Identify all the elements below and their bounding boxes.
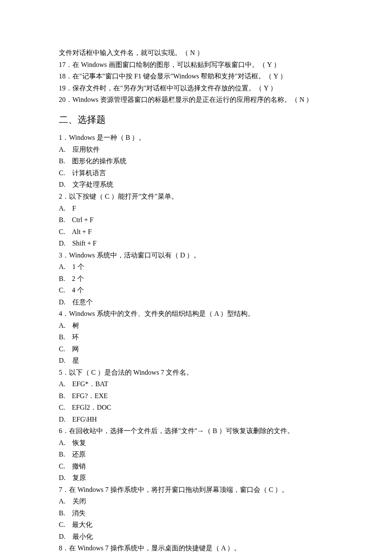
mc-option: C. 4 个 <box>59 284 333 296</box>
mc-option: C. 撤销 <box>59 460 333 472</box>
mc-option: B. 还原 <box>59 448 333 460</box>
tf-item: 文件对话框中输入文件名，就可以实现。（ N ） <box>59 47 333 59</box>
tf-item: 17．在 Windows 画图窗口绘制的图形，可以粘贴到写字板窗口中。（ Y ） <box>59 59 333 71</box>
mc-option: D. 星 <box>59 355 333 367</box>
mc-option: A. 树 <box>59 320 333 332</box>
mc-option: A. EFG*．BAT <box>59 378 333 390</box>
mc-option: D. EFG\HH <box>59 413 333 425</box>
mc-option: B. 消失 <box>59 507 333 519</box>
tf-item: 18．在"记事本"窗口中按 F1 键会显示"Windows 帮助和支持"对话框。… <box>59 70 333 82</box>
mc-option: A. F <box>59 202 333 214</box>
tf-item: 19．保存文件时，在"另存为"对话框中可以选择文件存放的位置。（ Y ） <box>59 82 333 94</box>
mc-option: D. 任意个 <box>59 296 333 308</box>
mc-stem: 6．在回收站中，选择一个文件后，选择"文件"→（ B ）可恢复该删除的文件。 <box>59 425 333 437</box>
section-heading: 二、选择题 <box>59 112 333 128</box>
mc-option: D. 文字处理系统 <box>59 179 333 191</box>
mc-stem: 4．Windows 系统中的文件、文件夹的组织结构是（ A ）型结构。 <box>59 308 333 320</box>
mc-option: A. 关闭 <box>59 495 333 507</box>
mc-stem: 5．以下（ C ）是合法的 Windows 7 文件名。 <box>59 367 333 379</box>
mc-option: C. 网 <box>59 343 333 355</box>
mc-option: B. 图形化的操作系统 <box>59 155 333 167</box>
mc-option: D. 最小化 <box>59 531 333 543</box>
mc-option: A. 应用软件 <box>59 144 333 156</box>
multiple-choice-block: 1．Windows 是一种（ B ）。 A. 应用软件 B. 图形化的操作系统 … <box>59 132 333 555</box>
tf-item: 20．Windows 资源管理器窗口的标题栏显示的是正在运行的应用程序的名称。（… <box>59 94 333 106</box>
mc-option: C. 计算机语言 <box>59 167 333 179</box>
mc-option: C. Alt + F <box>59 226 333 238</box>
mc-stem: 2．以下按键（ C ）能打开"文件"菜单。 <box>59 191 333 202</box>
mc-option: C. EFGl2．DOC <box>59 402 333 413</box>
mc-option: D. Shift + F <box>59 237 333 249</box>
mc-stem: 7．在 Windows 7 操作系统中，将打开窗口拖动到屏幕顶端，窗口会（ C … <box>59 484 333 496</box>
mc-option: A. 1 个 <box>59 261 333 273</box>
mc-option: D. 复原 <box>59 472 333 484</box>
mc-option: B. EFG?．EXE <box>59 390 333 402</box>
mc-option: B. 2 个 <box>59 273 333 285</box>
true-false-block: 文件对话框中输入文件名，就可以实现。（ N ） 17．在 Windows 画图窗… <box>59 47 333 106</box>
mc-option: B. 环 <box>59 331 333 343</box>
mc-stem: 1．Windows 是一种（ B ）。 <box>59 132 333 144</box>
mc-option: A. 恢复 <box>59 437 333 449</box>
mc-option: B. Ctrl + F <box>59 214 333 226</box>
mc-option: C. 最大化 <box>59 519 333 531</box>
mc-stem: 3．Windows 系统中，活动窗口可以有（ D ）。 <box>59 249 333 261</box>
mc-stem: 8．在 Windows 7 操作系统中，显示桌面的快捷键是（ A ）。 <box>59 542 333 554</box>
